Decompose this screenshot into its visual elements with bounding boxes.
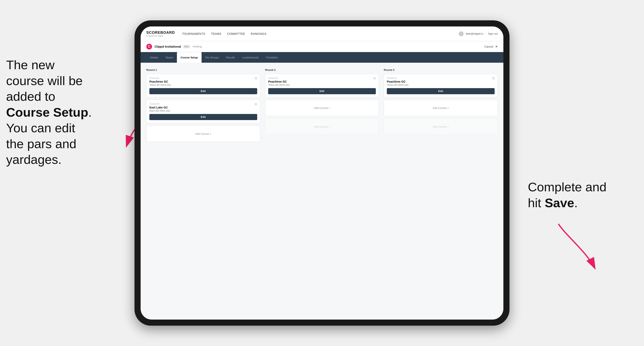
tab-details[interactable]: Details bbox=[146, 52, 162, 63]
round1-course-b-delete-icon[interactable]: ⊟ bbox=[254, 102, 258, 106]
tab-leaderboards[interactable]: Leaderboards bbox=[239, 52, 262, 63]
round1-course-b-details: Black (M) (6891 yds) bbox=[150, 110, 257, 112]
round2-course-a-label: (Course A) bbox=[268, 77, 376, 79]
round1-course-a-edit-button[interactable]: Edit bbox=[150, 88, 257, 94]
brand-powered-by: Powered by clippd bbox=[146, 35, 175, 37]
nav-committee[interactable]: COMMITTEE bbox=[227, 31, 245, 36]
tournament-logo: C bbox=[146, 44, 152, 49]
round3-course-a-name: Peachtree GC bbox=[387, 80, 494, 83]
round3-course-a-label: (Course A) bbox=[387, 77, 494, 79]
user-avatar bbox=[459, 31, 464, 36]
round3-add-course-disabled-text: Add Course + bbox=[433, 125, 449, 128]
round-1-column: Round 1 ⊟ (Course A) Peachtree GC Yellow… bbox=[146, 68, 260, 144]
arrow-right-icon bbox=[546, 220, 603, 277]
tab-printables[interactable]: Printables bbox=[262, 52, 282, 63]
round1-course-b-name: East Lake GC bbox=[150, 106, 257, 109]
tab-course-setup[interactable]: Course Setup bbox=[177, 52, 202, 63]
tab-tee-groups[interactable]: Tee Groups bbox=[202, 52, 222, 63]
round2-course-a-edit-button[interactable]: Edit bbox=[268, 88, 376, 94]
tournament-tag: Men bbox=[182, 45, 190, 48]
round1-course-a-details: Yellow (M) (6629 yds) bbox=[150, 84, 257, 86]
round1-course-b-card: ⊟ (Course B) East Lake GC Black (M) (689… bbox=[146, 100, 260, 123]
tablet-screen: SCOREBOARD Powered by clippd TOURNAMENTS… bbox=[140, 26, 504, 320]
round1-course-a-delete-icon[interactable]: ⊟ bbox=[254, 76, 258, 80]
round3-add-course-disabled-card: Add Course + bbox=[384, 119, 498, 135]
round2-course-a-card: ⊟ (Course A) Peachtree GC Yellow (M) (66… bbox=[265, 74, 379, 97]
user-email: blair@clippd.io bbox=[466, 32, 483, 35]
round2-add-course-active-card[interactable]: Add Course + bbox=[265, 100, 379, 116]
round-3-title: Round 3 bbox=[384, 68, 498, 71]
annotation-right: Complete and hit Save. bbox=[528, 179, 638, 211]
round3-add-course-active-text: Add Course + bbox=[433, 106, 449, 110]
tab-results[interactable]: Results bbox=[222, 52, 239, 63]
round2-add-course-disabled-text: Add Course + bbox=[314, 125, 330, 128]
round1-course-a-name: Peachtree GC bbox=[150, 80, 257, 83]
cancel-button[interactable]: Cancel ✕ bbox=[484, 45, 498, 48]
round3-add-course-active-card[interactable]: Add Course + bbox=[384, 100, 498, 116]
nav-teams[interactable]: TEAMS bbox=[211, 31, 221, 36]
round3-course-a-edit-button[interactable]: Edit bbox=[387, 88, 494, 94]
round1-course-a-card: ⊟ (Course A) Peachtree GC Yellow (M) (66… bbox=[146, 74, 260, 97]
round1-add-course-text: Add Course + bbox=[195, 132, 211, 135]
round3-course-a-details: Yellow (M) (6629 yds) bbox=[387, 84, 494, 86]
round1-course-a-label: (Course A) bbox=[150, 77, 257, 79]
round2-course-a-details: Yellow (M) (6629 yds) bbox=[268, 84, 376, 86]
round-2-title: Round 2 bbox=[265, 68, 379, 71]
sign-out-link[interactable]: Sign out bbox=[488, 32, 498, 35]
tournament-bar: C Clippd Invitational Men Hosting Cancel… bbox=[140, 41, 504, 52]
brand-name: SCOREBOARD bbox=[146, 30, 175, 35]
nav-links: TOURNAMENTS TEAMS COMMITTEE RANKINGS bbox=[182, 31, 459, 36]
round-3-column: Round 3 ⊟ (Course A) Peachtree GC Yellow… bbox=[384, 68, 498, 144]
tab-teams[interactable]: Teams bbox=[162, 52, 177, 63]
round2-add-course-active-text: Add Course + bbox=[314, 106, 330, 110]
round2-course-a-name: Peachtree GC bbox=[268, 80, 376, 83]
round1-course-b-label: (Course B) bbox=[150, 103, 257, 105]
round-2-column: Round 2 ⊟ (Course A) Peachtree GC Yellow… bbox=[265, 68, 379, 144]
main-content: Round 1 ⊟ (Course A) Peachtree GC Yellow… bbox=[140, 63, 504, 319]
round2-add-course-disabled-card: Add Course + bbox=[265, 119, 379, 135]
tablet-frame: SCOREBOARD Powered by clippd TOURNAMENTS… bbox=[134, 20, 510, 326]
round1-course-b-edit-button[interactable]: Edit bbox=[150, 114, 257, 120]
nav-rankings[interactable]: RANKINGS bbox=[251, 31, 266, 36]
tab-bar: Details Teams Course Setup Tee Groups Re… bbox=[140, 52, 504, 63]
tournament-name: Clippd Invitational bbox=[154, 45, 181, 48]
top-nav: SCOREBOARD Powered by clippd TOURNAMENTS… bbox=[140, 26, 504, 41]
tournament-hosting: Hosting bbox=[192, 45, 202, 48]
round3-course-a-card: ⊟ (Course A) Peachtree GC Yellow (M) (66… bbox=[384, 74, 498, 97]
round1-add-course-card[interactable]: Add Course + bbox=[146, 126, 260, 142]
round3-course-a-delete-icon[interactable]: ⊟ bbox=[491, 76, 496, 80]
nav-tournaments[interactable]: TOURNAMENTS bbox=[182, 31, 205, 36]
brand-logo: SCOREBOARD Powered by clippd bbox=[146, 30, 175, 37]
nav-right: blair@clippd.io | Sign out bbox=[459, 31, 498, 36]
rounds-grid: Round 1 ⊟ (Course A) Peachtree GC Yellow… bbox=[146, 68, 498, 144]
cancel-x-icon: ✕ bbox=[495, 45, 498, 48]
round-1-title: Round 1 bbox=[146, 68, 260, 71]
round2-course-a-delete-icon[interactable]: ⊟ bbox=[372, 76, 376, 80]
